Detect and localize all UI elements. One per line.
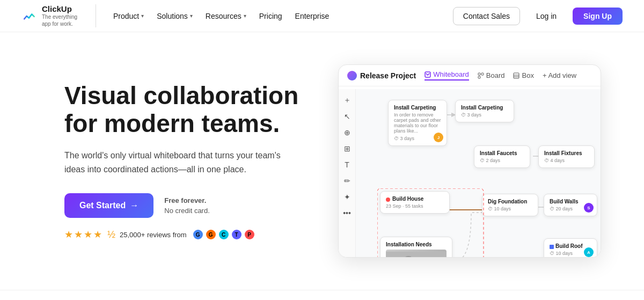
review-count-text: 25,000+ reviews from	[120, 231, 187, 239]
pen-icon[interactable]: ✏	[342, 176, 352, 186]
task-card-install-carpeting-1[interactable]: Install Carpeting In order to remove car…	[388, 100, 447, 146]
nav-enterprise[interactable]: Enterprise	[295, 12, 330, 20]
trustpilot-icon: T	[232, 230, 241, 239]
sparkle-icon[interactable]: ✦	[342, 192, 352, 202]
svg-rect-2	[478, 73, 480, 75]
trusted-section: Trusted by 2 million+ teams FORTINET log…	[0, 290, 644, 300]
avatar-sam: S	[584, 203, 594, 213]
task-card-image	[386, 250, 447, 257]
login-button[interactable]: Log in	[526, 8, 566, 25]
get-started-button[interactable]: Get Started →	[64, 193, 153, 218]
task-card-build-walls[interactable]: Build Walls ⏱ 20 days S	[544, 194, 597, 216]
avatar-john: J	[434, 133, 443, 142]
hero-cta: Get Started → Free forever. No credit ca…	[64, 193, 333, 218]
logo[interactable]: ClickUp The everything app for work.	[21, 4, 96, 27]
svg-rect-3	[481, 73, 484, 75]
chevron-down-icon: ▾	[190, 13, 193, 19]
tab-board[interactable]: Board	[478, 71, 505, 79]
chevron-down-icon: ▾	[244, 13, 246, 19]
board-tab-icon	[478, 72, 484, 79]
project-icon	[347, 71, 357, 81]
frame-icon[interactable]: ⊞	[342, 144, 352, 153]
plus-icon[interactable]: ＋	[342, 96, 352, 105]
chevron-down-icon: ▾	[141, 13, 144, 19]
logo-sub: The everything app for work.	[42, 13, 85, 27]
tab-box[interactable]: Box	[513, 71, 533, 79]
hero-reviews: ★★★★ ½ 25,000+ reviews from G G C T P	[64, 229, 333, 240]
task-card-install-fixtures[interactable]: Install Fixtures ⏱ 4 days	[538, 145, 595, 168]
text-icon[interactable]: T	[342, 160, 352, 170]
clickup-logo-icon	[21, 9, 36, 24]
half-star-icon: ½	[107, 229, 115, 240]
arrow-right-icon: →	[130, 201, 138, 210]
google-icon: G	[193, 230, 203, 239]
nav-solutions[interactable]: Solutions ▾	[157, 12, 193, 20]
tab-whiteboard[interactable]: Whiteboard	[425, 70, 469, 81]
review-logos: G G C T P	[193, 230, 254, 239]
whiteboard-tab-icon	[425, 71, 431, 78]
whiteboard-title: Release Project	[347, 71, 416, 81]
whiteboard-toolbar: ＋ ↖ ⊕ ⊞ T ✏ ✦ •••	[339, 89, 356, 257]
task-card-installation-needs[interactable]: Installation Needs	[380, 237, 452, 257]
more-icon[interactable]: •••	[342, 208, 352, 218]
cursor-icon[interactable]: ↖	[342, 112, 352, 121]
svg-rect-5	[514, 73, 519, 78]
task-card-dig-foundation[interactable]: Dig Foundation ⏱ 10 days	[482, 194, 538, 216]
hero-title: Visual collaboration for modern teams.	[64, 82, 333, 138]
nav-left: ClickUp The everything app for work. Pro…	[21, 4, 329, 27]
whiteboard-canvas: Install Carpeting In order to remove car…	[356, 89, 601, 257]
cta-note: Free forever. No credit card.	[164, 195, 210, 216]
globe-icon[interactable]: ⊕	[342, 128, 352, 137]
whiteboard-preview: Release Project Whiteboard Board Box + A…	[338, 64, 601, 258]
capterra-icon: C	[219, 230, 229, 239]
signup-button[interactable]: Sign Up	[573, 8, 623, 25]
task-card-build-house[interactable]: Build House 23 Sep · 55 tasks	[380, 191, 450, 214]
logo-text: ClickUp	[42, 4, 85, 13]
whiteboard-container: Release Project Whiteboard Board Box + A…	[338, 64, 601, 258]
task-card-build-roof[interactable]: Build Roof ⏱ 10 days A	[544, 238, 597, 257]
add-view-button[interactable]: + Add view	[543, 71, 576, 79]
svg-rect-11	[386, 252, 447, 257]
navigation: ClickUp The everything app for work. Pro…	[0, 0, 644, 32]
task-card-install-carpeting-2[interactable]: Install Carpeting ⏱ 3 days	[455, 100, 514, 122]
nav-pricing[interactable]: Pricing	[259, 12, 282, 20]
contact-sales-button[interactable]: Contact Sales	[453, 7, 520, 25]
hero-section: Visual collaboration for modern teams. T…	[0, 32, 644, 279]
svg-rect-4	[478, 76, 480, 78]
hero-left: Visual collaboration for modern teams. T…	[64, 82, 333, 241]
task-icon-square	[550, 245, 554, 249]
star-rating: ★★★★	[64, 229, 103, 240]
task-card-install-faucets[interactable]: Install Faucets ⏱ 2 days	[474, 145, 530, 168]
nav-right: Contact Sales Log in Sign Up	[453, 7, 623, 25]
box-tab-icon	[513, 72, 519, 79]
nav-product[interactable]: Product ▾	[113, 12, 144, 20]
g2-icon: G	[206, 230, 216, 239]
hero-subtitle: The world's only virtual whiteboard that…	[64, 149, 290, 176]
nav-resources[interactable]: Resources ▾	[206, 12, 246, 20]
producthunt-icon: P	[245, 230, 254, 239]
nav-links: Product ▾ Solutions ▾ Resources ▾ Pricin…	[113, 12, 329, 20]
avatar-andrew: A	[584, 247, 594, 257]
status-dot	[386, 197, 390, 202]
whiteboard-header: Release Project Whiteboard Board Box + A…	[339, 65, 601, 86]
